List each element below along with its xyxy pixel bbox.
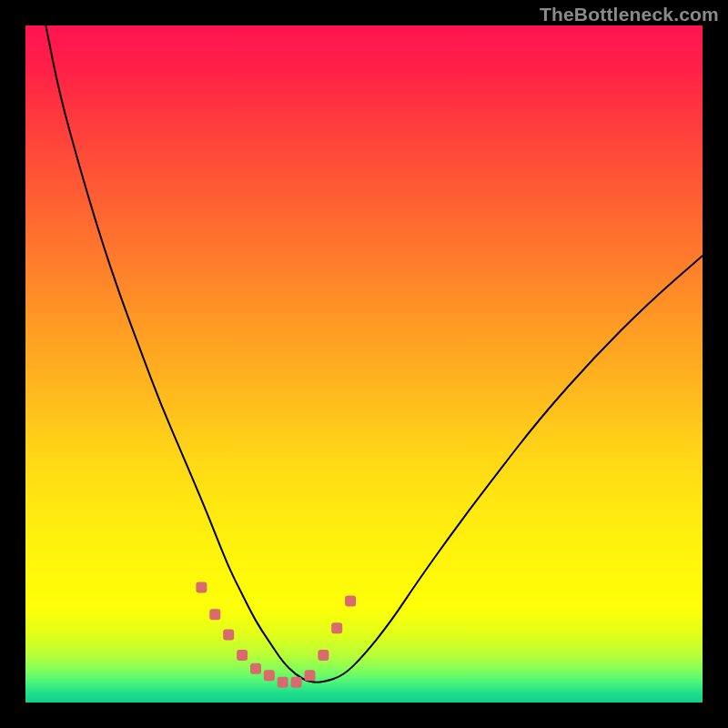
highlight-marker <box>345 595 356 606</box>
curve-path <box>46 25 703 682</box>
highlight-marker <box>331 622 342 633</box>
plot-area <box>25 25 703 703</box>
highlight-marker <box>250 663 261 674</box>
highlight-marker <box>318 650 329 661</box>
highlight-marker <box>278 677 288 688</box>
highlight-markers <box>196 582 356 688</box>
highlight-marker <box>223 630 234 641</box>
highlight-marker <box>305 670 316 681</box>
watermark-text: TheBottleneck.com <box>540 4 719 25</box>
bottleneck-curve <box>25 25 703 703</box>
highlight-marker <box>264 670 275 681</box>
highlight-marker <box>196 582 207 593</box>
highlight-marker <box>209 609 220 620</box>
highlight-marker <box>291 677 302 688</box>
chart-frame: TheBottleneck.com <box>0 0 728 728</box>
highlight-marker <box>237 650 248 661</box>
